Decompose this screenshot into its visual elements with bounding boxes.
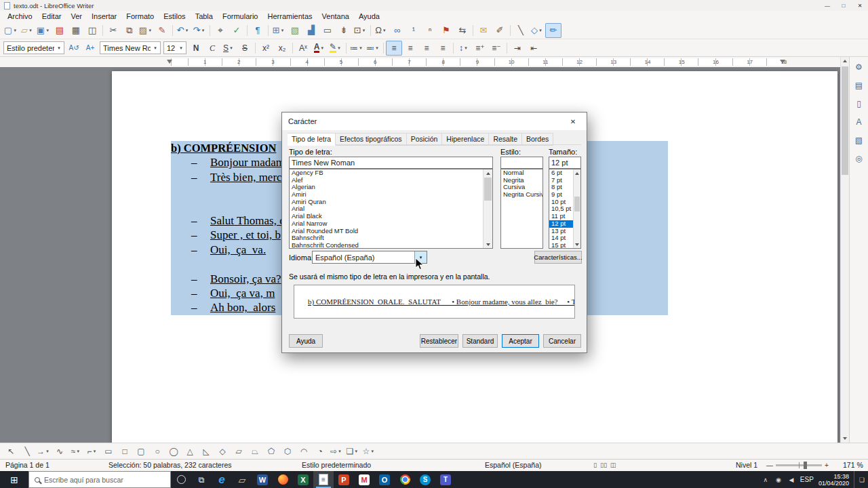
zoom-percentage[interactable]: 171 % <box>843 460 863 471</box>
paragraph-style-combobox[interactable]: Estilo predeterminan <box>3 41 64 54</box>
zoom-in-button[interactable]: + <box>825 460 829 471</box>
font-list-item[interactable]: Alef <box>290 177 492 184</box>
callouts-icon[interactable]: ❏ <box>344 445 361 458</box>
track-changes-icon[interactable]: ✐ <box>492 23 508 38</box>
sidebar-navigator-icon[interactable]: ◎ <box>852 152 867 165</box>
minimize-button[interactable]: — <box>819 0 835 11</box>
scroll-up-arrow-icon[interactable] <box>841 57 849 65</box>
outline-level-status[interactable]: Nivel 1 <box>736 460 757 471</box>
insert-comment-icon[interactable]: ✉ <box>475 23 492 38</box>
menu-editar[interactable]: Editar <box>37 12 66 20</box>
close-window-button[interactable]: ✕ <box>852 0 868 11</box>
update-style-icon[interactable]: A↺ <box>66 41 82 56</box>
curve-icon[interactable]: ∿ <box>52 445 68 458</box>
find-replace-icon[interactable]: ⌖ <box>212 23 229 38</box>
menu-formato[interactable]: Formato <box>121 12 159 20</box>
parallelogram-icon[interactable]: ▱ <box>231 445 247 458</box>
show-draw-functions-icon[interactable]: ✏ <box>545 23 561 38</box>
list-scrollbar[interactable] <box>483 169 492 248</box>
cancel-button[interactable]: Cancelar <box>543 334 581 348</box>
menu-ver[interactable]: Ver <box>66 12 87 20</box>
font-list-item[interactable]: Amiri Quran <box>290 199 492 206</box>
copy-icon[interactable]: ⧉ <box>121 23 138 38</box>
print-preview-icon[interactable]: ◫ <box>84 23 100 38</box>
menu-ayuda[interactable]: Ayuda <box>354 12 384 20</box>
menu-ventana[interactable]: Ventana <box>317 12 354 20</box>
features-button[interactable]: Características... <box>534 251 582 264</box>
font-style-input[interactable] <box>500 157 543 169</box>
isosceles-triangle-icon[interactable]: △ <box>182 445 198 458</box>
dialog-close-button[interactable]: ✕ <box>559 113 587 130</box>
start-button[interactable]: ⊞ <box>0 471 28 488</box>
basic-shapes-icon[interactable]: ◇ <box>529 23 545 38</box>
underline-button[interactable]: S <box>220 41 237 56</box>
formatting-marks-icon[interactable]: ¶ <box>250 23 266 38</box>
tray-chevron-icon[interactable]: ∧ <box>762 476 770 483</box>
hexagon-icon[interactable]: ⬡ <box>279 445 296 458</box>
insert-field-icon[interactable]: ⊡ <box>352 23 368 38</box>
book-view-icon[interactable]: ◫ <box>610 460 616 471</box>
font-list-item[interactable]: Arial Narrow <box>290 220 492 228</box>
taskbar-clock[interactable]: 15:38 01/04/2020 <box>818 473 849 487</box>
new-document-icon[interactable]: ▢ <box>3 23 19 38</box>
scrollbar-thumb[interactable] <box>574 197 580 211</box>
menu-herramientas[interactable]: Herramientas <box>263 12 317 20</box>
scroll-up-arrow-icon[interactable] <box>484 169 492 177</box>
sidebar-styles-icon[interactable]: A <box>852 115 867 129</box>
ellipse-icon[interactable]: ○ <box>149 445 165 458</box>
menu-tabla[interactable]: Tabla <box>191 12 218 20</box>
insert-page-break-icon[interactable]: ⇟ <box>336 23 352 38</box>
reset-button[interactable]: Restablecer <box>420 334 458 348</box>
indent-marker-left[interactable] <box>167 60 172 66</box>
insert-special-character-icon[interactable]: Ω <box>373 23 389 38</box>
highlight-color-button[interactable]: ✎ <box>328 41 344 56</box>
trapezoid-icon[interactable]: ⏢ <box>247 445 263 458</box>
spelling-icon[interactable]: ✓ <box>229 23 245 38</box>
bold-button[interactable]: N <box>188 41 204 56</box>
zoom-out-button[interactable]: — <box>766 460 773 471</box>
horizontal-ruler[interactable]: 123456789101112131415161718 <box>0 57 868 67</box>
single-page-view-icon[interactable]: ▯ <box>593 460 597 471</box>
multi-page-view-icon[interactable]: ▯▯ <box>600 460 607 471</box>
circle-icon[interactable]: ◯ <box>165 445 182 458</box>
font-name-input[interactable]: Times New Roman <box>289 157 493 169</box>
insert-textbox-icon[interactable]: ▭ <box>319 23 336 38</box>
align-center-button[interactable]: ≡ <box>402 41 418 56</box>
language-status[interactable]: Español (España) <box>485 460 541 471</box>
app-powerpoint-icon[interactable]: P <box>334 471 354 488</box>
cortana-icon[interactable] <box>171 471 191 488</box>
diamond-icon[interactable]: ◇ <box>214 445 231 458</box>
connectors-icon[interactable]: ⌐ <box>84 445 100 458</box>
font-list-item[interactable]: Algerian <box>290 184 492 191</box>
scroll-down-arrow-icon[interactable] <box>841 434 849 443</box>
help-button[interactable]: Ayuda <box>289 334 323 348</box>
action-center-icon[interactable]: ❏ <box>854 471 865 488</box>
insert-cross-reference-icon[interactable]: ⇆ <box>454 23 471 38</box>
zoom-slider-thumb[interactable] <box>804 462 807 469</box>
subscript-button[interactable]: x₂ <box>274 41 290 56</box>
language-indicator[interactable]: ESP <box>800 476 814 483</box>
font-list-item[interactable]: Bahnschrift Condensed <box>290 242 492 249</box>
strikethrough-button[interactable]: S <box>237 41 253 56</box>
new-style-icon[interactable]: A+ <box>82 41 98 56</box>
decrease-paragraph-spacing-button[interactable]: ≡⁻ <box>488 41 505 56</box>
app-teams-icon[interactable]: T <box>435 471 456 488</box>
export-pdf-icon[interactable]: ▤ <box>52 23 68 38</box>
scroll-down-arrow-icon[interactable] <box>574 241 580 248</box>
insert-chart-icon[interactable]: ▟ <box>303 23 319 38</box>
superscript-button[interactable]: x² <box>258 41 274 56</box>
app-firefox-icon[interactable] <box>273 471 293 488</box>
align-justify-button[interactable]: ≡ <box>435 41 451 56</box>
font-name-list[interactable]: Agency FBAlefAlgerianAmiriAmiri QuranAri… <box>289 169 493 249</box>
ordered-list-button[interactable]: ≕ <box>365 41 381 56</box>
app-writer-icon[interactable]: ≡ <box>313 471 334 488</box>
insert-table-icon[interactable]: ⊞ <box>271 23 287 38</box>
dropdown-arrow-icon[interactable] <box>176 42 186 54</box>
maximize-button[interactable]: □ <box>835 0 852 11</box>
select-icon[interactable]: ↖ <box>3 445 19 458</box>
menu-estilos[interactable]: Estilos <box>159 12 190 20</box>
sidebar-properties-icon[interactable]: ▤ <box>852 79 867 92</box>
increase-indent-button[interactable]: ⇥ <box>509 41 526 56</box>
font-list-item[interactable]: Agency FB <box>290 169 492 177</box>
font-color-button[interactable]: A <box>311 41 328 56</box>
